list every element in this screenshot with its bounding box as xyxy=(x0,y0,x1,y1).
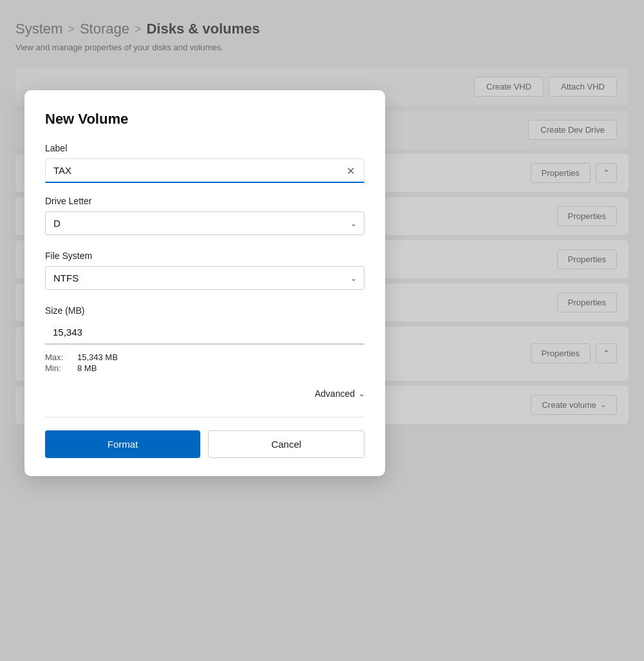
modal-overlay: New Volume Label ✕ Drive Letter D C E F … xyxy=(0,0,644,661)
drive-letter-select[interactable]: D C E F G xyxy=(45,211,365,235)
modal-footer: Format Cancel xyxy=(45,430,365,458)
format-button[interactable]: Format xyxy=(45,430,200,458)
file-system-select-wrapper: NTFS FAT32 ReFS ⌄ xyxy=(45,266,365,290)
modal-divider xyxy=(45,417,365,417)
label-clear-button[interactable]: ✕ xyxy=(343,164,358,178)
cancel-button[interactable]: Cancel xyxy=(208,430,365,458)
max-label: Max: xyxy=(45,352,77,362)
advanced-label: Advanced xyxy=(315,388,355,399)
new-volume-modal: New Volume Label ✕ Drive Letter D C E F … xyxy=(24,90,385,476)
drive-letter-field-label: Drive Letter xyxy=(45,196,365,206)
file-system-field-label: File System xyxy=(45,251,365,261)
min-value: 8 MB xyxy=(77,363,365,373)
advanced-row: Advanced ⌄ xyxy=(45,386,365,399)
size-input-wrapper xyxy=(45,321,365,345)
size-hints: Max: 15,343 MB Min: 8 MB xyxy=(45,352,365,373)
file-system-select[interactable]: NTFS FAT32 ReFS xyxy=(45,266,365,290)
advanced-chevron-icon: ⌄ xyxy=(359,390,365,398)
drive-letter-select-wrapper: D C E F G ⌄ xyxy=(45,211,365,235)
min-label: Min: xyxy=(45,363,77,373)
max-value: 15,343 MB xyxy=(77,352,365,362)
advanced-button[interactable]: Advanced ⌄ xyxy=(315,388,365,399)
size-input[interactable] xyxy=(45,321,365,345)
label-input[interactable] xyxy=(45,158,365,183)
modal-title: New Volume xyxy=(45,111,365,128)
label-field-label: Label xyxy=(45,143,365,153)
size-field-label: Size (MB) xyxy=(45,305,365,316)
label-input-wrapper: ✕ xyxy=(45,158,365,183)
